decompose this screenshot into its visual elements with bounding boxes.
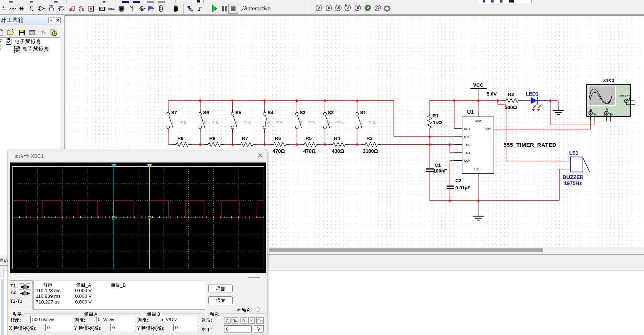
svg-text:LS1: LS1 [569,150,579,156]
svg-text:S1: S1 [360,110,366,115]
svg-text:500Ω: 500Ω [505,105,517,110]
svg-text:R8: R8 [209,136,216,141]
svg-text:=: = [365,121,367,125]
svg-text:555_TIMER_RATED: 555_TIMER_RATED [504,142,556,148]
svg-text:V: V [318,6,320,10]
svg-text:M: M [141,7,144,10]
svg-text:0: 0 [79,8,81,12]
svg-text:TRI: TRI [464,151,471,155]
svg-text:v: v [82,8,84,12]
svg-text:R9: R9 [177,136,183,141]
svg-text:3100Ω: 3100Ω [363,148,378,154]
svg-text:TTL: TTL [49,5,54,8]
svg-text:Te: Te [41,30,46,35]
svg-text:S7: S7 [171,110,177,115]
svg-text:1kΩ: 1kΩ [433,120,442,125]
svg-text:+: + [604,113,605,117]
svg-text:BUZZER: BUZZER [563,174,584,180]
svg-text:U1: U1 [467,109,474,115]
svg-text:=: = [240,121,242,125]
svg-text:VCC: VCC [473,82,484,88]
svg-text:100nF: 100nF [433,168,447,174]
svg-text:ni: ni [151,9,153,12]
svg-text:=: = [332,121,335,125]
svg-text:+: + [629,97,630,101]
svg-text:V: V [358,5,360,8]
svg-text:GND: GND [474,167,481,171]
svg-text:430Ω: 430Ω [332,148,344,154]
svg-text:2: 2 [149,164,150,167]
svg-text:DIS: DIS [464,135,471,139]
svg-text:d: d [69,7,71,12]
svg-text:R4: R4 [334,136,341,141]
svg-text:S5: S5 [236,110,242,115]
svg-text:W: W [337,6,340,10]
svg-text:−: − [611,113,613,117]
svg-text:5.0V: 5.0V [487,91,497,97]
svg-text:S3: S3 [300,110,306,115]
svg-text:R3: R3 [366,136,373,141]
svg-text:R1: R1 [432,113,439,118]
svg-text:RST: RST [464,127,471,131]
svg-text:CON: CON [464,159,471,163]
svg-text:THR: THR [464,143,471,147]
svg-text:S6: S6 [203,110,209,115]
svg-text:0.01µF: 0.01µF [455,185,470,190]
svg-text:=: = [208,121,210,125]
svg-text:LED1: LED1 [526,91,539,97]
svg-text:C2: C2 [455,178,461,183]
svg-text:VCC: VCC [475,120,481,123]
svg-text:−: − [595,113,597,117]
svg-text:=: = [272,121,274,125]
svg-text:=: = [304,121,307,125]
svg-text:C1: C1 [435,162,441,168]
svg-text:CMOS: CMOS [58,5,64,8]
svg-text:OUT: OUT [485,127,491,131]
svg-text:470Ω: 470Ω [303,148,316,154]
svg-text:8: 8 [90,7,92,11]
svg-text:S4: S4 [267,110,273,115]
svg-text:R5: R5 [306,136,312,141]
svg-text:MISC: MISC [108,8,115,10]
svg-text:R7: R7 [242,136,248,141]
svg-text:V: V [367,6,369,10]
svg-text:V: V [347,6,349,10]
svg-text:470Ω: 470Ω [272,148,285,154]
svg-text:J: J [377,6,379,10]
svg-text:+: + [587,113,589,117]
svg-text:XSC1: XSC1 [603,78,615,83]
svg-text:=: = [176,121,178,125]
svg-text:R6: R6 [275,136,281,141]
svg-text:1: 1 [113,164,115,167]
svg-text:S2: S2 [328,110,334,115]
svg-text:A: A [328,6,331,10]
svg-text:R2: R2 [508,92,514,97]
svg-text:1975Hz: 1975Hz [564,180,582,186]
